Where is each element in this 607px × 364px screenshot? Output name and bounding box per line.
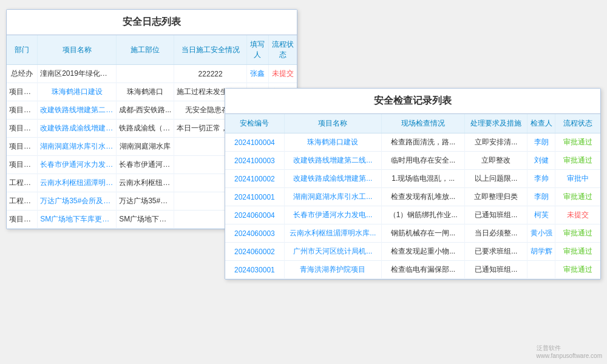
cell-id[interactable]: 2024030001: [225, 261, 284, 279]
cell-project[interactable]: SM广场地下车库更换摄...: [38, 211, 117, 229]
cell-project[interactable]: 珠海鹤港口建设: [38, 83, 117, 101]
cell-handle: 以上问题限...: [465, 170, 527, 188]
cell-project[interactable]: 长春市伊通河水力发电厂...: [38, 156, 117, 174]
cell-site: 珠海鹤港口: [117, 83, 174, 101]
cell-inspect: 钢筋机械存在一闸...: [381, 224, 464, 243]
cell-status: 未提交: [268, 65, 297, 83]
cell-project[interactable]: 湖南洞庭湖水库引水工程...: [38, 138, 117, 156]
cell-site: 成都-西安铁路...: [117, 101, 174, 120]
cell-dept: 项目二部: [7, 120, 38, 138]
cell-site: 铁路成渝线（成...: [117, 120, 174, 138]
inspection-table-row: 2024060002广州市天河区统计局机...检查发现起重小物...已要求班组.…: [225, 243, 600, 261]
cell-dept: 工程管...: [7, 192, 38, 211]
inspection-table-row: 2024100004珠海鹤港口建设检查路面清洗，路...立即安排清...李朗审批…: [225, 133, 600, 152]
col-header-writer: 填写人: [247, 35, 269, 65]
cell-handle: 已通知班组...: [465, 261, 527, 279]
cell-inspect: 检查临电有漏保部...: [381, 261, 464, 279]
cell-dept: 项目三部: [7, 156, 38, 174]
col-header-id: 安检编号: [225, 114, 284, 133]
table-header-row: 部门 项目名称 施工部位 当日施工安全情况 填写人 流程状态: [7, 35, 297, 65]
cell-project[interactable]: 改建铁路线增建第二线直...: [38, 101, 117, 120]
cell-dept: 工程管...: [7, 174, 38, 192]
left-panel-title: 安全日志列表: [7, 10, 297, 35]
inspection-table-row: 2024060003云南水利枢纽湄潭明水库...钢筋机械存在一闸...当日必须整…: [225, 224, 600, 243]
col-header-inspect: 现场检查情况: [381, 114, 464, 133]
cell-inspector[interactable]: 胡学辉: [527, 243, 555, 261]
cell-site: SM广场地下车库: [117, 211, 174, 229]
cell-dept: 项目一部: [7, 138, 38, 156]
cell-project[interactable]: 长春市伊通河水力发电...: [284, 206, 381, 224]
cell-site: 万达广场35#会...: [117, 192, 174, 211]
cell-project[interactable]: 湖南洞庭湖水库引水工...: [284, 188, 381, 206]
col-header-site: 施工部位: [117, 35, 174, 65]
cell-status: 审批通过: [555, 224, 600, 243]
cell-dept: 总经办: [7, 65, 38, 83]
cell-status: 审批中: [555, 170, 600, 188]
cell-project[interactable]: 改建铁路线增建第二线...: [284, 152, 381, 170]
col-header-project2: 项目名称: [284, 114, 381, 133]
cell-id[interactable]: 2024060004: [225, 206, 284, 224]
cell-project[interactable]: 改建铁路成渝线增建第二...: [38, 120, 117, 138]
cell-dept: 项目二部: [7, 211, 38, 229]
cell-inspector[interactable]: 刘健: [527, 152, 555, 170]
cell-inspector[interactable]: 李朗: [527, 188, 555, 206]
watermark-line1: 泛普软件: [537, 344, 602, 352]
safety-inspection-table: 安检编号 项目名称 现场检查情况 处理要求及措施 检查人 流程状态 202410…: [225, 114, 600, 279]
cell-status: 未提交: [555, 206, 600, 224]
cell-dept: 项目三部: [7, 83, 38, 101]
cell-id[interactable]: 2024100003: [225, 152, 284, 170]
col-header-handle: 处理要求及措施: [465, 114, 527, 133]
cell-inspector[interactable]: 柯芙: [527, 206, 555, 224]
cell-project[interactable]: 广州市天河区统计局机...: [284, 243, 381, 261]
watermark-line2: www.fanpusoftware.com: [537, 352, 602, 359]
table-row: 总经办潼南区2019年绿化补贴项...222222张鑫未提交: [7, 65, 297, 83]
cell-inspect: 临时用电存在安全...: [381, 152, 464, 170]
watermark: 泛普软件 www.fanpusoftware.com: [537, 344, 602, 359]
cell-status: 审批通过: [555, 152, 600, 170]
cell-inspect: 检查路面清洗，路...: [381, 133, 464, 152]
cell-id[interactable]: 2024100001: [225, 188, 284, 206]
cell-site: 长春市伊通河水...: [117, 156, 174, 174]
cell-handle: 当日必须整...: [465, 224, 527, 243]
cell-site: [117, 65, 174, 83]
cell-handle: 已通知班组...: [465, 206, 527, 224]
right-panel-title: 安全检查记录列表: [225, 89, 600, 114]
cell-writer[interactable]: 张鑫: [247, 65, 269, 83]
cell-safety: 222222: [174, 65, 247, 83]
cell-inspector[interactable]: 李帅: [527, 170, 555, 188]
cell-status: 审批通过: [555, 243, 600, 261]
cell-project: 潼南区2019年绿化补贴项...: [38, 65, 117, 83]
cell-project[interactable]: 万达广场35#会所及咖啡...: [38, 192, 117, 211]
col-header-inspector: 检查人: [527, 114, 555, 133]
cell-site: 云南水利枢纽湄...: [117, 174, 174, 192]
cell-id[interactable]: 2024100002: [225, 170, 284, 188]
cell-id[interactable]: 2024060003: [225, 224, 284, 243]
cell-id[interactable]: 2024100004: [225, 133, 284, 152]
inspection-header-row: 安检编号 项目名称 现场检查情况 处理要求及措施 检查人 流程状态: [225, 114, 600, 133]
cell-inspect: 检查发现起重小物...: [381, 243, 464, 261]
cell-inspector[interactable]: 黄小强: [527, 224, 555, 243]
cell-project[interactable]: 青海洪湖养护院项目: [284, 261, 381, 279]
cell-status: 审批通过: [555, 188, 600, 206]
inspection-table-row: 2024100002改建铁路成渝线增建第...1.现场临电混乱，...以上问题限…: [225, 170, 600, 188]
cell-inspector: [527, 261, 555, 279]
inspection-table-row: 2024100003改建铁路线增建第二线...临时用电存在安全...立即整改刘健…: [225, 152, 600, 170]
cell-inspect: 检查发现有乱堆放...: [381, 188, 464, 206]
cell-handle: 立即整理归类: [465, 188, 527, 206]
cell-status: 审批通过: [555, 133, 600, 152]
cell-site: 湖南洞庭湖水库: [117, 138, 174, 156]
col-header-dept: 部门: [7, 35, 38, 65]
cell-project[interactable]: 云南水利枢纽湄潭明水库...: [284, 224, 381, 243]
cell-id[interactable]: 2024060002: [225, 243, 284, 261]
inspection-table-row: 2024030001青海洪湖养护院项目检查临电有漏保部...已通知班组...审批…: [225, 261, 600, 279]
cell-inspector[interactable]: 李朗: [527, 133, 555, 152]
cell-handle: 立即整改: [465, 152, 527, 170]
cell-handle: 立即安排清...: [465, 133, 527, 152]
cell-inspect: （1）钢筋绑扎作业...: [381, 206, 464, 224]
col-header-project: 项目名称: [38, 35, 117, 65]
col-header-status: 流程状态: [268, 35, 297, 65]
cell-project[interactable]: 珠海鹤港口建设: [284, 133, 381, 152]
cell-handle: 已要求班组...: [465, 243, 527, 261]
cell-project[interactable]: 改建铁路成渝线增建第...: [284, 170, 381, 188]
cell-project[interactable]: 云南水利枢纽湄潭明水库—...: [38, 174, 117, 192]
